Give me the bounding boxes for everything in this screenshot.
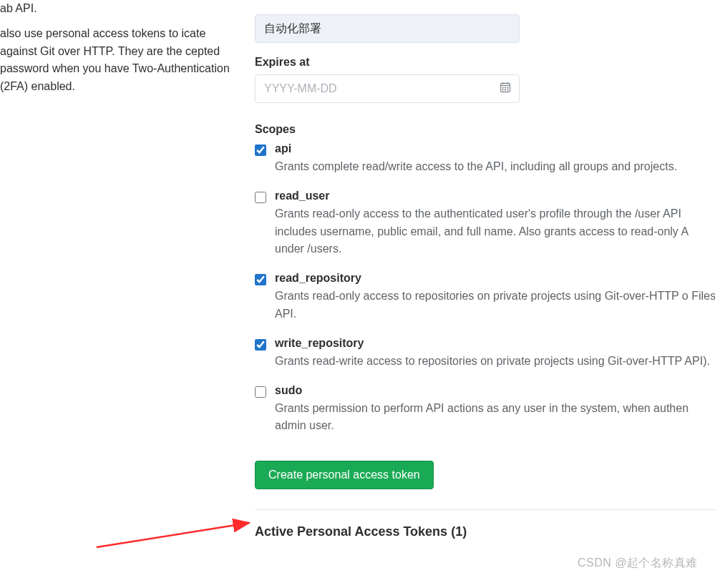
scope-body: sudo Grants permission to perform API ac… — [275, 383, 715, 436]
date-wrap — [255, 74, 520, 103]
scope-body: write_repository Grants read-write acces… — [275, 336, 710, 371]
svg-line-11 — [97, 523, 249, 547]
expires-group: Expires at — [255, 56, 715, 103]
watermark: CSDN @起个名称真难 — [578, 556, 698, 571]
scope-name: write_repository — [275, 337, 710, 350]
scope-name: api — [275, 142, 677, 155]
scope-checkbox-api[interactable] — [255, 144, 266, 156]
scope-desc: Grants permission to perform API actions… — [275, 400, 715, 436]
scope-body: read_repository Grants read-only access … — [275, 271, 715, 323]
scope-desc: Grants read-only access to the authentic… — [275, 205, 715, 258]
create-token-button[interactable]: Create personal access token — [255, 461, 434, 489]
name-group — [255, 14, 715, 43]
scope-checkbox-sudo[interactable] — [255, 386, 266, 398]
scope-desc: Grants read-write access to repositories… — [275, 353, 710, 371]
scope-item-write-repository: write_repository Grants read-write acces… — [255, 336, 715, 371]
scope-item-read-user: read_user Grants read-only access to the… — [255, 189, 715, 258]
annotation-arrow-icon — [93, 503, 258, 553]
scopes-section: Scopes api Grants complete read/write ac… — [255, 123, 715, 435]
scope-body: api Grants complete read/write access to… — [275, 142, 677, 176]
divider — [255, 509, 715, 510]
scope-item-sudo: sudo Grants permission to perform API ac… — [255, 383, 715, 436]
token-name-input[interactable] — [255, 14, 520, 43]
scope-body: read_user Grants read-only access to the… — [275, 189, 715, 258]
scope-desc: Grants read-only access to repositories … — [275, 288, 715, 323]
expires-label: Expires at — [255, 56, 715, 69]
form-main: Expires at Scopes api Grants complete — [255, 0, 715, 539]
scope-item-read-repository: read_repository Grants read-only access … — [255, 271, 715, 323]
scope-checkbox-read-user[interactable] — [255, 192, 266, 203]
scope-name: read_user — [275, 190, 715, 202]
expires-input[interactable] — [255, 74, 520, 103]
scope-checkbox-write-repository[interactable] — [255, 339, 266, 351]
active-tokens-title: Active Personal Access Tokens (1) — [255, 524, 715, 539]
sidebar-description: ab API. also use personal access tokens … — [0, 0, 243, 103]
scope-name: read_repository — [275, 272, 715, 285]
scope-item-api: api Grants complete read/write access to… — [255, 142, 715, 176]
sidebar-p2: also use personal access tokens to icate… — [0, 25, 243, 96]
scopes-label: Scopes — [255, 123, 715, 136]
scope-checkbox-read-repository[interactable] — [255, 274, 266, 285]
scope-name: sudo — [275, 384, 715, 397]
sidebar-p1: ab API. — [0, 0, 243, 18]
scope-desc: Grants complete read/write access to the… — [275, 158, 677, 176]
